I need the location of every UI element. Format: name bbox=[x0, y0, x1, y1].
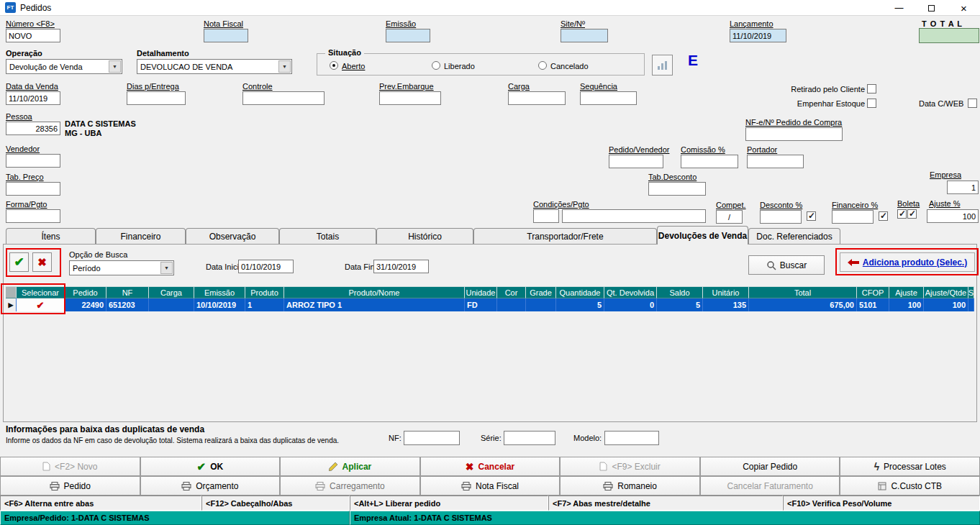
orcamento-button[interactable]: Orçamento bbox=[140, 476, 281, 496]
data-inicial-field[interactable] bbox=[238, 260, 294, 273]
baixa-modelo-field[interactable] bbox=[604, 431, 659, 445]
column-header-produto[interactable]: Produto bbox=[245, 286, 284, 298]
desconto-field[interactable] bbox=[760, 210, 802, 224]
tab-financeiro[interactable]: Financeiro bbox=[96, 228, 186, 244]
nfe-pedido-compra-field[interactable] bbox=[745, 127, 843, 141]
desconto-checkbox[interactable] bbox=[807, 211, 816, 221]
radio-cancelado[interactable] bbox=[538, 61, 547, 70]
adiciona-produto-button[interactable]: Adiciona produto (Selec.) bbox=[840, 252, 975, 272]
tab-desconto-field[interactable] bbox=[648, 182, 706, 196]
tab-observacao[interactable]: Observação bbox=[186, 228, 279, 244]
chevron-down-icon[interactable]: ▼ bbox=[109, 60, 121, 73]
column-header-pedido[interactable]: Pedido bbox=[65, 286, 106, 298]
baixa-nf-field[interactable] bbox=[404, 431, 460, 445]
tab-itens[interactable]: Ítens bbox=[6, 228, 96, 244]
condicoes-pgto-field-2[interactable] bbox=[562, 209, 706, 223]
ok-button[interactable]: ✔ OK bbox=[140, 457, 281, 476]
boleta-checkbox-1[interactable] bbox=[897, 209, 907, 219]
column-header-nf[interactable]: NF bbox=[106, 286, 149, 298]
imprimir-pedido-button[interactable]: Pedido bbox=[0, 476, 140, 496]
radio-liberado[interactable] bbox=[432, 61, 440, 70]
boleta-checkbox-2[interactable] bbox=[907, 209, 917, 219]
column-header-saldo[interactable]: Saldo bbox=[657, 286, 703, 298]
column-header-total[interactable]: Total bbox=[749, 286, 857, 298]
column-header-qt-devolvida[interactable]: Qt. Devolvida bbox=[604, 286, 657, 298]
buscar-button[interactable]: Buscar bbox=[748, 255, 825, 275]
close-icon[interactable]: × bbox=[948, 0, 980, 16]
baixa-serie-field[interactable] bbox=[504, 431, 555, 445]
romaneio-button[interactable]: Romaneio bbox=[560, 476, 700, 496]
numero-field[interactable] bbox=[6, 29, 60, 42]
cancelar-faturamento-button: Cancelar Faturamento bbox=[700, 476, 840, 496]
sequencia-field[interactable] bbox=[580, 91, 637, 105]
cancelar-button[interactable]: ✖ Cancelar bbox=[420, 457, 561, 476]
site-field[interactable] bbox=[561, 29, 608, 42]
tab-doc-referenciados[interactable]: Doc. Referenciados bbox=[748, 228, 840, 244]
pessoa-field[interactable] bbox=[6, 122, 60, 135]
copiar-pedido-button[interactable]: Copiar Pedido bbox=[700, 457, 840, 476]
controle-field[interactable] bbox=[242, 91, 325, 105]
ccusto-ctb-button[interactable]: C.Custo CTB bbox=[840, 476, 980, 496]
opcao-busca-select[interactable]: Período ▼ bbox=[69, 260, 174, 275]
data-venda-field[interactable] bbox=[6, 91, 60, 105]
restore-icon[interactable] bbox=[915, 0, 948, 16]
forma-pgto-label: Forma/Pgto bbox=[6, 200, 47, 209]
carregamento-button[interactable]: Carregamento bbox=[280, 476, 420, 496]
column-header-cor[interactable]: Cor bbox=[497, 286, 526, 298]
tab-totais[interactable]: Totais bbox=[279, 228, 376, 244]
aplicar-button[interactable]: Aplicar bbox=[280, 457, 420, 476]
dias-entrega-field[interactable] bbox=[127, 91, 186, 105]
empenhar-estoque-checkbox[interactable] bbox=[867, 99, 876, 108]
processar-lotes-button[interactable]: ϟ Processar Lotes bbox=[840, 457, 980, 476]
cell-selecionar-check-icon[interactable]: ✔ bbox=[17, 298, 65, 311]
financeiro-field[interactable] bbox=[832, 210, 874, 224]
chart-button[interactable] bbox=[652, 55, 673, 76]
column-header-truncated[interactable]: S bbox=[968, 286, 974, 298]
tab-historico[interactable]: Histórico bbox=[376, 228, 473, 244]
vendedor-field[interactable] bbox=[6, 154, 60, 168]
tab-devolucoes-de-venda[interactable]: Devoluções de Venda bbox=[657, 226, 748, 245]
compet-field[interactable] bbox=[716, 210, 743, 224]
column-header-grade[interactable]: Grade bbox=[526, 286, 556, 298]
nota-fiscal-button[interactable]: Nota Fiscal bbox=[420, 476, 561, 496]
confirm-selection-button[interactable]: ✔ bbox=[9, 252, 29, 272]
column-header-cfop[interactable]: CFOP bbox=[857, 286, 889, 298]
comissao-field[interactable] bbox=[681, 155, 738, 168]
buscar-label: Buscar bbox=[780, 260, 807, 270]
column-header-unitario[interactable]: Unitário bbox=[703, 286, 749, 298]
data-cweb-checkbox[interactable] bbox=[968, 99, 977, 108]
column-header-ajuste-qtde[interactable]: Ajuste/Qtde bbox=[924, 286, 968, 298]
chevron-down-icon[interactable]: ▼ bbox=[160, 262, 173, 274]
nota-fiscal-field[interactable] bbox=[204, 29, 248, 42]
column-header-selecionar[interactable]: Selecionar bbox=[17, 286, 65, 298]
chevron-down-icon[interactable]: ▼ bbox=[278, 60, 291, 73]
ajuste-field[interactable] bbox=[927, 209, 979, 223]
cancel-selection-button[interactable]: ✖ bbox=[32, 252, 52, 272]
tab-transportador-frete[interactable]: Transportador/Frete bbox=[473, 228, 657, 244]
minimize-icon[interactable]: — bbox=[883, 0, 915, 16]
detalhamento-select[interactable]: DEVOLUCAO DE VENDA ▼ bbox=[137, 59, 292, 74]
carga-field[interactable] bbox=[508, 91, 566, 105]
retirado-cliente-checkbox[interactable] bbox=[867, 84, 876, 93]
radio-aberto[interactable] bbox=[330, 61, 338, 70]
column-header-unidade[interactable]: Unidade bbox=[465, 286, 497, 298]
column-header-produto-nome[interactable]: Produto/Nome bbox=[284, 286, 465, 298]
table-row[interactable]: ▶ ✔ 22490 651203 10/10/2019 1 ARROZ TIPO… bbox=[6, 298, 974, 311]
data-final-field[interactable] bbox=[373, 260, 429, 273]
portador-field[interactable] bbox=[747, 155, 804, 168]
column-header-quantidade[interactable]: Quantidade bbox=[556, 286, 604, 298]
emissao-field[interactable] bbox=[386, 29, 430, 42]
operacao-select[interactable]: Devolução de Venda ▼ bbox=[6, 59, 122, 74]
tab-preco-field[interactable] bbox=[6, 182, 60, 196]
pedido-vendedor-field[interactable] bbox=[609, 155, 663, 168]
condicoes-pgto-field-1[interactable] bbox=[533, 209, 559, 223]
column-header-carga[interactable]: Carga bbox=[149, 286, 194, 298]
prev-embarque-field[interactable] bbox=[379, 91, 441, 105]
column-header-emissao[interactable]: Emissão bbox=[194, 286, 245, 298]
action-button-row-2: Pedido Orçamento Carregamento Nota Fisca… bbox=[0, 476, 980, 496]
lancamento-field[interactable] bbox=[730, 29, 786, 42]
empresa-field[interactable] bbox=[947, 181, 979, 194]
financeiro-checkbox[interactable] bbox=[879, 211, 888, 221]
forma-pgto-field[interactable] bbox=[6, 209, 60, 223]
column-header-ajuste[interactable]: Ajuste bbox=[889, 286, 924, 298]
